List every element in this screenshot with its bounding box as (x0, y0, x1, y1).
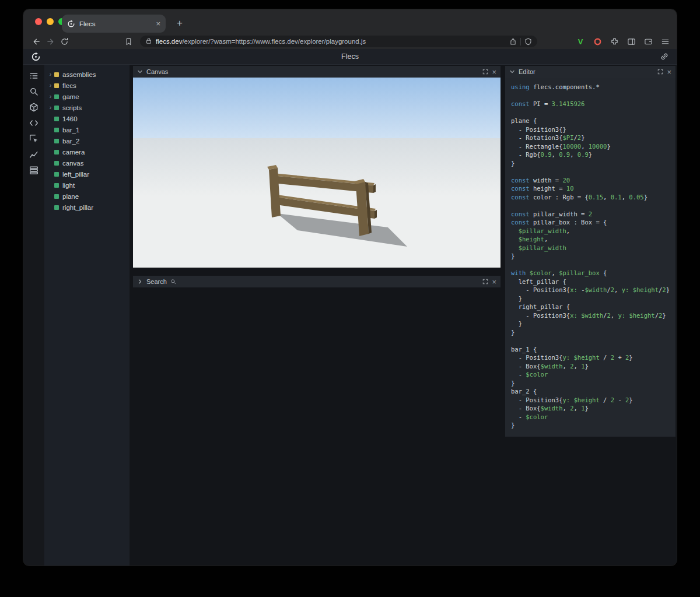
tab-close-button[interactable]: × (156, 20, 160, 27)
chart-icon[interactable] (29, 150, 38, 159)
expand-collapsed-icon[interactable] (137, 279, 143, 285)
outline-icon[interactable] (29, 71, 38, 80)
code-line: bar_1 { (511, 345, 672, 354)
back-button[interactable] (29, 35, 43, 48)
code-line: - Box{$width, 2, 1} (511, 362, 672, 371)
wallet-icon[interactable] (642, 36, 654, 47)
expander-icon[interactable]: › (48, 71, 53, 78)
tree-item-flecs[interactable]: ›flecs (44, 80, 130, 91)
share-link-icon[interactable] (660, 52, 669, 61)
tree-item-light[interactable]: light (44, 180, 130, 191)
inspect-icon[interactable] (29, 134, 38, 143)
v-extension-icon[interactable]: V (575, 36, 586, 47)
data-icon[interactable] (29, 166, 38, 175)
code-icon[interactable] (29, 118, 38, 128)
sidebar-toggle-icon[interactable] (625, 36, 637, 47)
entity-color-square (54, 83, 59, 88)
code-line: - Rotation3{$PI/2} (511, 134, 672, 142)
entity-color-square (54, 128, 59, 132)
code-line: } (511, 159, 672, 168)
new-tab-button[interactable]: + (173, 16, 187, 30)
entities-icon[interactable] (29, 103, 38, 112)
code-editor[interactable]: using flecs.components.* const PI = 3.14… (505, 78, 676, 437)
code-line: bar_2 { (511, 387, 672, 396)
code-line: - Position3{x: -$width/2, y: $height/2} (511, 286, 672, 294)
browser-window: Flecs × + flecs.dev/explorer/?wasm=https… (23, 9, 677, 566)
bookmark-icon[interactable] (121, 35, 135, 48)
tree-item-1460[interactable]: 1460 (44, 113, 130, 124)
tree-item-assemblies[interactable]: ›assemblies (44, 69, 130, 80)
collapse-icon[interactable] (137, 69, 143, 75)
code-line: } (511, 379, 672, 388)
expand-icon[interactable] (657, 69, 663, 75)
tree-item-bar_1[interactable]: bar_1 (44, 124, 130, 135)
tree-item-canvas[interactable]: canvas (44, 157, 130, 168)
search-icon (170, 279, 176, 285)
minimize-window-button[interactable] (47, 18, 54, 25)
close-icon[interactable]: × (492, 68, 496, 76)
entity-tree: ›assemblies›flecs›game›scripts1460bar_1b… (44, 65, 130, 566)
tab-title: Flecs (79, 20, 152, 27)
canvas-viewport[interactable] (133, 78, 501, 268)
tree-item-right_pillar[interactable]: right_pillar (44, 202, 130, 213)
expand-icon[interactable] (482, 69, 488, 75)
entity-color-square (54, 106, 59, 110)
code-line: - Position3{y: $height / 2 - 2} (511, 396, 672, 405)
toolbar-extensions: V (575, 36, 671, 47)
entity-color-square (54, 150, 59, 154)
reload-button[interactable] (57, 35, 71, 48)
editor-panel-header[interactable]: Editor × (505, 66, 676, 78)
code-line (511, 201, 672, 210)
brave-shield-icon[interactable] (524, 38, 532, 45)
code-line: } (511, 294, 672, 303)
close-icon[interactable]: × (492, 278, 496, 286)
divider (520, 38, 521, 45)
expander-icon[interactable]: › (48, 82, 53, 89)
close-icon[interactable]: × (667, 68, 671, 76)
editor-panel-title: Editor (519, 68, 536, 75)
tree-item-camera[interactable]: camera (44, 146, 130, 157)
canvas-panel: Canvas × (133, 66, 501, 268)
tree-item-label: assemblies (62, 71, 96, 78)
url-path: /explorer/?wasm=https://www.flecs.dev/ex… (182, 38, 366, 45)
code-line: const width = 20 (511, 176, 672, 185)
forward-button[interactable] (43, 35, 57, 48)
lock-icon (145, 36, 152, 47)
share-icon[interactable] (509, 38, 517, 45)
code-line (511, 108, 672, 117)
tree-item-scripts[interactable]: ›scripts (44, 102, 130, 113)
tree-item-plane[interactable]: plane (44, 191, 130, 202)
code-line: - Position3{x: $width/2, y: $height/2} (511, 311, 672, 320)
tree-item-bar_2[interactable]: bar_2 (44, 135, 130, 146)
tree-item-label: left_pillar (62, 171, 89, 178)
search-panel: Search × (133, 276, 501, 287)
tree-item-game[interactable]: ›game (44, 91, 130, 102)
expander-icon[interactable]: › (48, 93, 53, 100)
code-line: const color : Rgb = {0.15, 0.1, 0.05} (511, 193, 672, 202)
expander-icon[interactable]: › (48, 104, 53, 111)
tree-item-label: camera (62, 149, 85, 156)
entity-color-square (54, 183, 59, 188)
code-line: $pillar_width (511, 244, 672, 252)
collapse-icon[interactable] (509, 69, 515, 75)
close-window-button[interactable] (35, 18, 42, 25)
page-title: Flecs (23, 52, 677, 61)
menu-icon[interactable] (659, 36, 671, 47)
url-text: flecs.dev/explorer/?wasm=https://www.fle… (156, 38, 506, 45)
tree-item-label: 1460 (62, 115, 78, 122)
search-icon[interactable] (29, 87, 38, 96)
browser-tab[interactable]: Flecs × (62, 15, 166, 33)
extensions-icon[interactable] (608, 36, 620, 47)
tree-item-label: scripts (62, 104, 82, 111)
entity-color-square (54, 139, 59, 143)
code-line: } (511, 328, 672, 337)
entity-color-square (54, 161, 59, 166)
search-panel-header[interactable]: Search × (133, 276, 501, 287)
tree-item-left_pillar[interactable]: left_pillar (44, 168, 130, 180)
code-line: } (511, 252, 672, 261)
adblock-extension-icon[interactable] (592, 36, 603, 47)
code-line: - Position3{} (511, 125, 672, 134)
expand-icon[interactable] (482, 279, 488, 285)
url-bar[interactable]: flecs.dev/explorer/?wasm=https://www.fle… (140, 36, 537, 47)
canvas-panel-header[interactable]: Canvas × (133, 66, 501, 78)
